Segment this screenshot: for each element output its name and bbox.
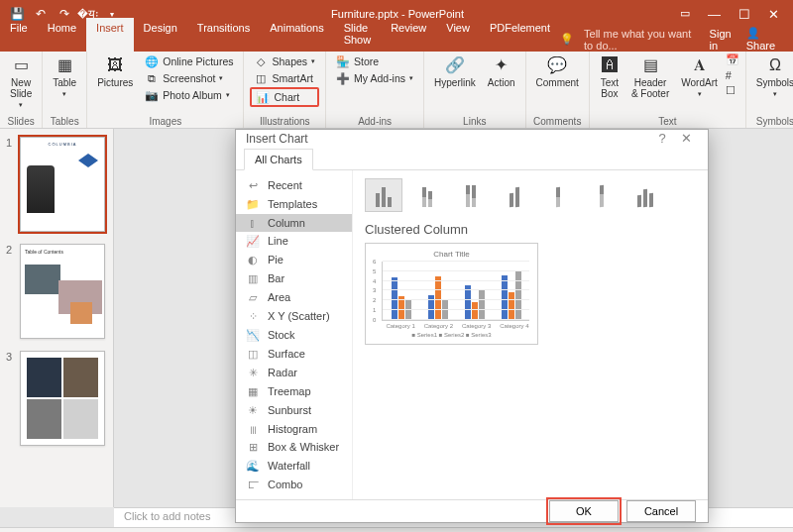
new-slide-icon: ▭ (11, 55, 31, 75)
group-addins: 🏪Store ➕My Add-ins ▾ Add-ins (326, 52, 424, 128)
group-slides: ▭ New Slide ▾ Slides (0, 52, 43, 128)
new-slide-button[interactable]: ▭ New Slide ▾ (6, 53, 36, 111)
category-icon: 🌊 (246, 460, 260, 473)
hyperlink-icon: 🔗 (445, 55, 465, 75)
subtype-title: Clustered Column (365, 222, 696, 237)
category-icon: ⫿ (246, 217, 260, 229)
category-combo[interactable]: ⫍Combo (236, 476, 352, 493)
symbols-button[interactable]: ΩSymbols▾ (752, 53, 793, 100)
ok-button[interactable]: OK (549, 500, 619, 522)
tab-slide-show[interactable]: Slide Show (334, 18, 382, 52)
slide-thumbnail[interactable] (20, 351, 105, 446)
tab-pdfelement[interactable]: PDFelement (480, 18, 560, 52)
category-radar[interactable]: ✳Radar (236, 364, 352, 382)
category-sunburst[interactable]: ☀Sunburst (236, 401, 352, 420)
slide-thumbnail[interactable]: Table of Contents (20, 244, 105, 339)
group-illustrations: ◇Shapes ▾ ◫SmartArt 📊Chart Illustrations (244, 52, 326, 128)
comment-button[interactable]: 💬 Comment (532, 53, 583, 90)
category-histogram[interactable]: ⫼Histogram (236, 420, 352, 438)
tab-review[interactable]: Review (381, 18, 436, 52)
symbols-icon: Ω (765, 55, 785, 75)
subtype-clustered-column[interactable] (365, 178, 402, 212)
thumb-number: 3 (6, 351, 14, 446)
category-column[interactable]: ⫿Column (236, 214, 352, 232)
object-icon[interactable]: ☐ (726, 84, 739, 97)
chart-preview[interactable]: Chart Title 0123456 Category 1Category 2… (365, 243, 538, 345)
category-treemap[interactable]: ▦Treemap (236, 382, 352, 401)
category-waterfall[interactable]: 🌊Waterfall (236, 457, 352, 476)
ribbon: ▭ New Slide ▾ Slides ▦ Table ▾ Tables 🖼 … (0, 52, 793, 129)
category-templates[interactable]: 📁Templates (236, 195, 352, 214)
category-icon: 📁 (246, 198, 260, 211)
ribbon-options-icon[interactable]: ▭ (680, 7, 690, 22)
category-pie[interactable]: ◐Pie (236, 251, 352, 269)
category-line[interactable]: 📈Line (236, 232, 352, 251)
subtype-100-stacked-column[interactable] (452, 178, 490, 212)
online-pictures-button[interactable]: 🌐Online Pictures (141, 53, 237, 69)
category-stock[interactable]: 📉Stock (236, 326, 352, 345)
category-icon: 📈 (246, 235, 260, 248)
category-recent[interactable]: ↩Recent (236, 176, 352, 195)
dialog-title: Insert Chart (246, 132, 308, 146)
insert-chart-dialog: Insert Chart ? ✕ All Charts ↩Recent📁Temp… (235, 129, 709, 523)
tab-home[interactable]: Home (38, 18, 86, 52)
tab-animations[interactable]: Animations (260, 18, 333, 52)
dialog-help-icon[interactable]: ? (650, 131, 674, 146)
group-comments: 💬 Comment Comments (526, 52, 590, 128)
slide-thumbnails: 1 COLUMBIA 2 Table of Contents 3 (0, 129, 114, 507)
wordart-button[interactable]: 𝐀WordArt▾ (677, 53, 722, 100)
subtype-3d-clustered-column[interactable] (496, 178, 533, 212)
table-button[interactable]: ▦ Table ▾ (49, 53, 80, 100)
chart-button[interactable]: 📊Chart (250, 87, 319, 107)
wordart-icon: 𝐀 (690, 55, 710, 75)
my-addins-button[interactable]: ➕My Add-ins ▾ (332, 70, 417, 86)
category-icon: 📉 (246, 329, 260, 342)
maximize-icon[interactable]: ☐ (738, 7, 750, 22)
tab-all-charts[interactable]: All Charts (244, 149, 313, 170)
subtype-3d-stacked-column[interactable] (539, 178, 577, 212)
category-surface[interactable]: ◫Surface (236, 345, 352, 364)
photo-album-button[interactable]: 📷Photo Album ▾ (141, 87, 237, 103)
hyperlink-button[interactable]: 🔗 Hyperlink (430, 53, 480, 90)
header-footer-button[interactable]: ▤Header & Footer (627, 53, 673, 101)
tab-file[interactable]: File (0, 18, 38, 52)
subtype-3d-100-stacked-column[interactable] (583, 178, 621, 212)
slide-number-icon[interactable]: # (726, 69, 739, 81)
text-box-button[interactable]: 🅰Text Box (596, 53, 623, 101)
status-bar: Slide 1 of 3 ▢ English (United States) ≐… (0, 527, 793, 532)
smartart-button[interactable]: ◫SmartArt (250, 70, 319, 86)
tab-design[interactable]: Design (134, 18, 187, 52)
store-button[interactable]: 🏪Store (332, 53, 417, 69)
share-button[interactable]: 👤 Share (746, 27, 783, 52)
dialog-close-icon[interactable]: ✕ (674, 131, 698, 146)
sign-in[interactable]: Sign in (710, 28, 736, 52)
category-x-y-scatter-[interactable]: ⁘X Y (Scatter) (236, 307, 352, 326)
pictures-button[interactable]: 🖼 Pictures (93, 53, 137, 90)
ribbon-tabs: FileHomeInsertDesignTransitionsAnimation… (0, 28, 793, 52)
minimize-icon[interactable]: — (708, 7, 721, 22)
tab-transitions[interactable]: Transitions (187, 18, 260, 52)
shapes-button[interactable]: ◇Shapes ▾ (250, 53, 319, 69)
cancel-button[interactable]: Cancel (626, 500, 696, 522)
online-pictures-icon: 🌐 (145, 54, 159, 68)
category-icon: ◐ (246, 254, 260, 266)
category-icon: ↩ (246, 179, 260, 192)
share-icon: 👤 (746, 27, 760, 39)
date-time-icon[interactable]: 📅 (726, 53, 739, 66)
addins-icon: ➕ (336, 71, 350, 85)
close-icon[interactable]: ✕ (768, 7, 779, 22)
thumb-number: 1 (6, 137, 14, 232)
screenshot-button[interactable]: ⧉Screenshot ▾ (141, 70, 237, 86)
tab-view[interactable]: View (436, 18, 480, 52)
category-bar[interactable]: ▥Bar (236, 269, 352, 288)
tell-me[interactable]: Tell me what you want to do... (584, 28, 700, 52)
action-button[interactable]: ✦ Action (484, 53, 519, 90)
category-area[interactable]: ▱Area (236, 288, 352, 307)
slide-thumbnail[interactable]: COLUMBIA (20, 137, 105, 232)
category-icon: ◫ (246, 348, 260, 361)
subtype-stacked-column[interactable] (408, 178, 446, 212)
category-box-whisker[interactable]: ⊞Box & Whisker (236, 438, 352, 457)
pictures-icon: 🖼 (105, 55, 125, 75)
tab-insert[interactable]: Insert (86, 18, 134, 52)
subtype-3d-column[interactable] (626, 178, 664, 212)
